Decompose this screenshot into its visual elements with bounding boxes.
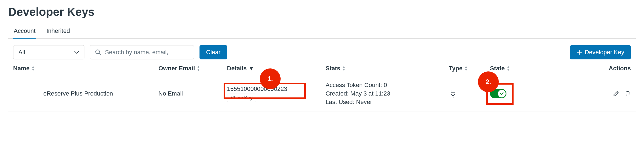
annotation-badge-1-label: 1. xyxy=(267,75,273,83)
col-type-label: Type xyxy=(449,65,463,72)
sort-icon: ▲▼ xyxy=(506,66,510,71)
stat-created: Created: May 3 at 11:23 xyxy=(326,90,449,98)
cell-stats: Access Token Count: 0 Created: May 3 at … xyxy=(326,81,449,106)
controls-row: All Clear Developer Key xyxy=(8,45,636,59)
sort-icon: ▲▼ xyxy=(464,66,468,71)
toggle-knob xyxy=(498,90,506,97)
col-type[interactable]: Type ▲▼ xyxy=(449,65,490,72)
cell-state: 2. xyxy=(490,89,531,98)
trash-icon xyxy=(624,90,631,97)
check-icon xyxy=(500,91,504,96)
tabs: Account Inherited xyxy=(8,24,636,39)
stat-last-used: Last Used: Never xyxy=(326,98,449,106)
cell-actions xyxy=(531,90,631,97)
col-email[interactable]: Owner Email ▲▼ xyxy=(158,65,227,72)
filter-select[interactable]: All xyxy=(13,45,84,59)
sort-icon: ▲▼ xyxy=(342,66,346,71)
caret-down-icon: ▼ xyxy=(248,65,254,72)
tab-account[interactable]: Account xyxy=(13,24,36,39)
search-field-wrap xyxy=(90,45,194,59)
annotation-badge-1: 1. xyxy=(260,68,281,89)
page-title: Developer Keys xyxy=(8,5,636,19)
add-developer-key-button[interactable]: Developer Key xyxy=(570,45,631,59)
annotation-badge-2-label: 2. xyxy=(486,78,491,86)
col-stats[interactable]: Stats ▲▼ xyxy=(326,65,449,72)
svg-line-1 xyxy=(99,53,101,55)
pencil-icon xyxy=(613,90,619,97)
search-icon xyxy=(95,49,101,55)
col-name[interactable]: Name ▲▼ xyxy=(13,65,158,72)
col-actions-label: Actions xyxy=(609,65,631,72)
show-key-button[interactable]: Show Key xyxy=(227,94,256,102)
edit-button[interactable] xyxy=(613,90,619,97)
plug-icon xyxy=(449,90,457,98)
sort-icon: ▲▼ xyxy=(196,66,200,71)
clear-button[interactable]: Clear xyxy=(200,45,227,59)
chevron-down-icon xyxy=(74,51,79,54)
col-state[interactable]: State ▲▼ xyxy=(490,65,531,72)
table-header: Name ▲▼ Owner Email ▲▼ Details ▼ Stats ▲… xyxy=(8,65,636,76)
col-email-label: Owner Email xyxy=(158,65,195,72)
cell-details: 1. 155510000000000223 Show Key xyxy=(227,85,326,102)
tab-inherited[interactable]: Inherited xyxy=(46,24,71,39)
table-row: eReserve Plus Production No Email 1. 155… xyxy=(8,76,636,111)
search-input[interactable] xyxy=(105,49,189,56)
filter-select-value: All xyxy=(18,49,25,56)
col-stats-label: Stats xyxy=(326,65,340,72)
col-name-label: Name xyxy=(13,65,30,72)
col-actions: Actions xyxy=(531,65,631,72)
stat-token-count: Access Token Count: 0 xyxy=(326,81,449,90)
delete-button[interactable] xyxy=(624,90,631,97)
col-details-label: Details xyxy=(227,65,247,72)
cell-name: eReserve Plus Production xyxy=(13,90,158,97)
annotation-badge-2: 2. xyxy=(478,71,499,92)
add-developer-key-label: Developer Key xyxy=(585,49,624,56)
sort-icon: ▲▼ xyxy=(31,66,35,71)
plus-icon xyxy=(577,50,582,55)
keys-table: Name ▲▼ Owner Email ▲▼ Details ▼ Stats ▲… xyxy=(8,65,636,111)
cell-email: No Email xyxy=(158,90,227,97)
col-state-label: State xyxy=(490,65,505,72)
